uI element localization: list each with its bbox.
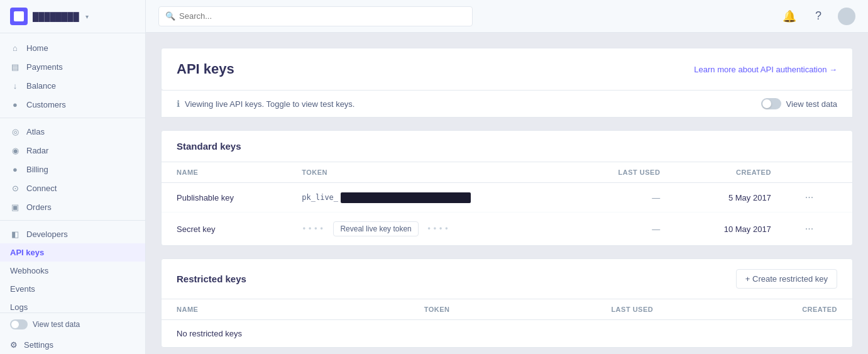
sidebar-item-label: Developers (26, 230, 68, 239)
sidebar-footer: View test data (0, 313, 145, 336)
reveal-key-button[interactable]: Reveal live key token (333, 221, 418, 236)
topbar-actions: 🔔 ? (780, 7, 855, 26)
sidebar-item-logs[interactable]: Logs (0, 298, 145, 313)
help-icon[interactable]: ? (809, 7, 828, 26)
content-area: API keys Learn more about API authentica… (146, 33, 868, 354)
bell-icon[interactable]: 🔔 (780, 7, 799, 26)
key-last-used: — (572, 183, 676, 213)
account-name[interactable]: ████████ (33, 12, 79, 21)
key-name: Publishable key (162, 183, 287, 213)
sidebar-item-label: Billing (26, 165, 48, 174)
sidebar-item-label: Settings (24, 340, 53, 350)
no-keys-message: No restricted keys (162, 320, 852, 348)
sidebar-item-orders[interactable]: ▣ Orders (0, 197, 145, 216)
toggle-switch[interactable] (10, 319, 28, 329)
token-dots-after: •••• (421, 224, 450, 233)
info-text: ℹ Viewing live API keys. Toggle to view … (177, 99, 355, 109)
settings-icon: ⚙ (10, 340, 18, 350)
billing-icon: ● (10, 164, 20, 174)
payments-icon: ▤ (10, 62, 20, 72)
more-options-button[interactable]: ··· (801, 222, 817, 235)
standard-keys-table: NAME TOKEN LAST USED CREATED Publishable… (162, 162, 852, 245)
restricted-keys-section: Restricted keys + Create restricted key … (161, 258, 853, 348)
sidebar-item-atlas[interactable]: ◎ Atlas (0, 122, 145, 141)
search-input[interactable] (179, 11, 466, 21)
sidebar-item-label: Customers (26, 100, 66, 109)
sidebar-item-label: Payments (26, 62, 63, 72)
sidebar-item-label: API keys (10, 248, 44, 257)
token-value: pk_live_ (302, 192, 557, 203)
sidebar-item-radar[interactable]: ◉ Radar (0, 141, 145, 160)
key-last-used: — (572, 213, 676, 246)
key-actions: ··· (786, 213, 852, 246)
key-created: 10 May 2017 (675, 213, 786, 246)
table-row: Publishable key pk_live_ — 5 (162, 183, 852, 213)
toggle-knob-main (762, 99, 771, 108)
standard-keys-section: Standard keys NAME TOKEN LAST USED CREAT… (161, 130, 853, 246)
sidebar-item-label: Radar (26, 146, 48, 155)
token-prefix: pk_live_ (302, 193, 338, 202)
restricted-keys-table: NAME TOKEN LAST USED CREATED No restrict… (162, 299, 852, 347)
table-row: Secret key •••• Reveal live key token ••… (162, 213, 852, 246)
col-name: NAME (162, 162, 287, 183)
sidebar-item-api-keys[interactable]: API keys (0, 243, 145, 262)
table-row: No restricted keys (162, 320, 852, 348)
sidebar-item-billing[interactable]: ● Billing (0, 160, 145, 179)
page-header: API keys Learn more about API authentica… (161, 48, 853, 91)
restricted-keys-header: Restricted keys + Create restricted key (162, 259, 852, 299)
chevron-down-icon[interactable]: ▾ (85, 13, 89, 20)
col-last-used: LAST USED (465, 299, 669, 320)
sidebar-item-label: Home (26, 43, 48, 53)
sidebar-header: ████████ ▾ (0, 0, 145, 33)
sidebar-item-webhooks[interactable]: Webhooks (0, 262, 145, 280)
home-icon: ⌂ (10, 43, 20, 53)
view-test-label: View test data (33, 320, 80, 329)
learn-more-link[interactable]: Learn more about API authentication → (694, 65, 837, 74)
view-test-data-toggle-main[interactable]: View test data (761, 98, 837, 109)
search-bar[interactable]: 🔍 (158, 6, 473, 26)
sidebar-item-balance[interactable]: ↓ Balance (0, 76, 145, 95)
page-title: API keys (177, 61, 234, 77)
key-actions: ··· (786, 183, 852, 213)
sidebar-item-label: Orders (26, 202, 52, 212)
col-name: NAME (162, 299, 307, 320)
sidebar-item-connect[interactable]: ⊙ Connect (0, 179, 145, 197)
brand-logo[interactable] (10, 8, 28, 25)
sidebar-nav: ⌂ Home ▤ Payments ↓ Balance ● Customers … (0, 33, 145, 313)
avatar[interactable] (838, 8, 855, 25)
key-name: Secret key (162, 213, 287, 246)
token-value: •••• Reveal live key token •••• (302, 221, 557, 236)
sidebar-item-customers[interactable]: ● Customers (0, 95, 145, 114)
more-options-button[interactable]: ··· (801, 191, 817, 204)
view-test-data-toggle[interactable]: View test data (10, 319, 135, 329)
sidebar-item-label: Webhooks (10, 266, 48, 275)
col-token: TOKEN (307, 299, 464, 320)
sidebar-item-label: Balance (26, 81, 56, 91)
sidebar-item-events[interactable]: Events (0, 280, 145, 298)
sidebar-item-label: Atlas (26, 127, 45, 136)
token-masked (341, 192, 471, 203)
create-restricted-key-button[interactable]: + Create restricted key (736, 269, 837, 289)
dash: — (652, 193, 660, 202)
sidebar-item-label: Events (10, 284, 35, 294)
dash: — (652, 224, 660, 234)
view-test-label-main: View test data (786, 99, 837, 109)
sidebar: ████████ ▾ ⌂ Home ▤ Payments ↓ Balance ●… (0, 0, 146, 354)
sidebar-item-settings[interactable]: ⚙ Settings (0, 336, 145, 354)
standard-keys-title: Standard keys (177, 141, 241, 152)
sidebar-item-home[interactable]: ⌂ Home (0, 38, 145, 57)
main-content: 🔍 🔔 ? API keys Learn more about API auth… (146, 0, 868, 354)
customers-icon: ● (10, 99, 20, 109)
toggle-knob (11, 321, 19, 328)
sidebar-item-developers[interactable]: ◧ Developers (0, 224, 145, 243)
sidebar-item-payments[interactable]: ▤ Payments (0, 57, 145, 76)
standard-keys-header: Standard keys (162, 131, 852, 162)
atlas-icon: ◎ (10, 126, 20, 136)
toggle-switch-main[interactable] (761, 98, 781, 109)
sidebar-item-label: Connect (26, 184, 57, 193)
topbar: 🔍 🔔 ? (146, 0, 868, 33)
info-bar: ℹ Viewing live API keys. Toggle to view … (161, 91, 853, 118)
orders-icon: ▣ (10, 202, 20, 212)
sidebar-item-label: Logs (10, 302, 28, 312)
key-token: pk_live_ (287, 183, 572, 213)
